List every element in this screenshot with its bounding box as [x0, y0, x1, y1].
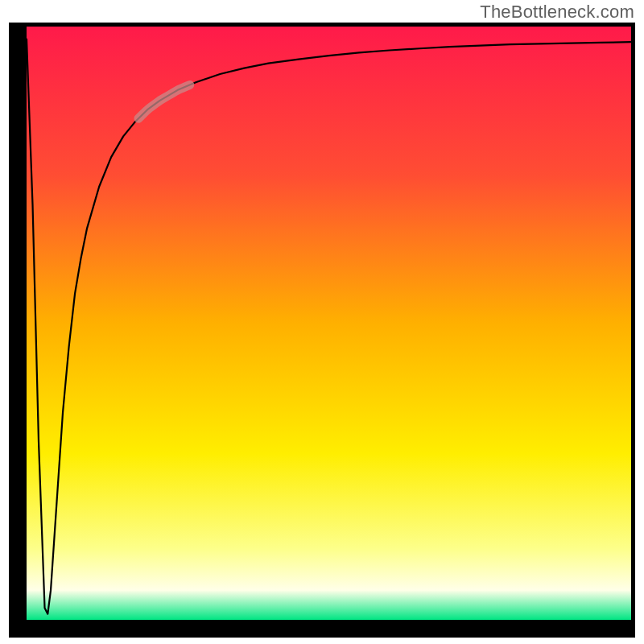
bottleneck-chart	[0, 0, 644, 644]
chart-container: TheBottleneck.com	[0, 0, 644, 644]
plot-area	[27, 27, 631, 620]
